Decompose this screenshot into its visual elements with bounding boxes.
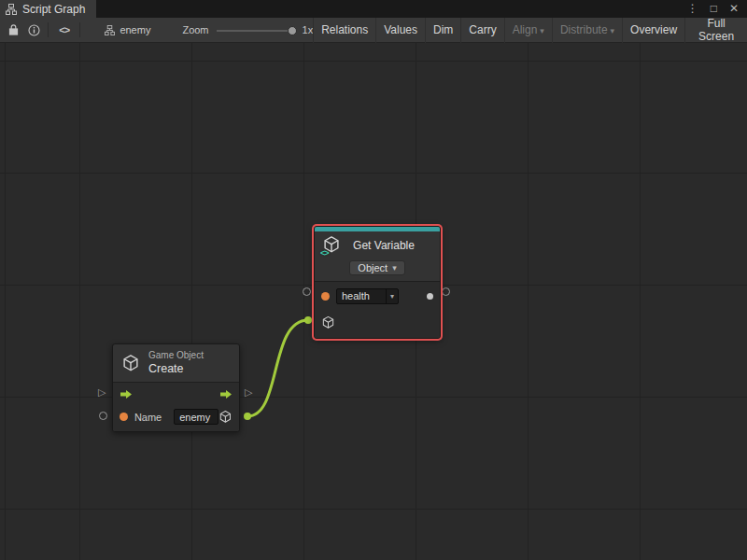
gameobject-cube-icon [121,354,140,372]
zoom-slider[interactable] [217,18,297,43]
full-screen-button[interactable]: Full Screen [684,18,747,43]
gameobject-output-port-icon[interactable] [218,410,233,424]
values-button[interactable]: Values [375,18,425,43]
zoom-slider-track [217,30,297,32]
window-controls: ⋮ □ ✕ [687,0,747,18]
wire-end-dot [304,316,312,324]
name-label: Name [134,412,162,423]
carry-button[interactable]: Carry [460,18,503,43]
kebab-menu-icon[interactable]: ⋮ [687,0,698,18]
gameobject-target-row [315,310,440,338]
name-field[interactable]: enemy [174,409,218,425]
node-header: Game Object Create [113,344,239,382]
zoom-value: 1x [303,24,314,35]
node-create-game-object[interactable]: Game Object Create Name [112,343,240,432]
distribute-button[interactable]: Distribute ▾ [552,18,622,43]
chevron-down-icon: ▾ [392,263,397,273]
variable-scope-dropdown[interactable]: Object ▾ [349,260,404,275]
graph-canvas[interactable]: ▷ ▷ <> Get Variable [0,43,747,560]
getvar-value-input-port[interactable] [303,287,311,296]
info-icon[interactable] [24,18,45,43]
code-icon: <> [320,248,329,258]
scope-row: Object ▾ [315,256,440,281]
node-body: health ▾ [315,282,440,338]
titlebar: Script Graph ⋮ □ ✕ [0,0,747,18]
graph-icon [105,25,115,35]
unity-script-graph-window: Script Graph ⋮ □ ✕ <> [0,0,747,560]
name-input-dot[interactable] [120,413,128,421]
overview-button[interactable]: Overview [622,18,684,43]
toolbar: <> enemy Zoom 1x Relations Values [0,18,747,43]
getvar-value-output-port[interactable] [442,287,450,296]
node-title: Get Variable [345,239,432,252]
chevron-down-icon[interactable]: ▾ [386,289,398,303]
align-button[interactable]: Align ▾ [504,18,552,43]
graph-name: enemy [120,24,150,35]
node-header: <> Get Variable [315,231,440,256]
lock-icon[interactable] [4,18,24,43]
variable-name-row: health ▾ [315,282,440,310]
toolbar-separator [79,22,80,37]
name-input-row: Name enemy [113,405,239,431]
chevron-down-icon: ▾ [611,26,615,35]
relations-button[interactable]: Relations [313,18,375,43]
zoom-slider-handle[interactable] [288,26,297,35]
chevron-down-icon: ▾ [540,26,544,35]
tab-script-graph[interactable]: Script Graph [0,0,96,18]
close-icon[interactable]: ✕ [729,0,739,18]
zoom-label: Zoom [182,24,208,35]
maximize-icon[interactable]: □ [711,0,717,18]
node-titles: Game Object Create [148,350,204,376]
create-control-output-port[interactable]: ▷ [245,387,252,398]
value-input-dot[interactable] [321,292,330,301]
flow-out-arrow-icon[interactable] [219,389,233,399]
gameobject-port-icon[interactable] [321,315,335,329]
node-get-variable[interactable]: <> Get Variable Object ▾ health ▾ [314,226,441,339]
create-name-input-port[interactable] [99,412,107,420]
control-flow-row [113,383,239,405]
wire-start-dot [244,413,251,420]
value-output-dot[interactable] [427,293,433,300]
create-control-input-port[interactable]: ▷ [98,387,106,398]
tab-label: Script Graph [22,3,85,16]
toolbar-separator [48,22,49,37]
graph-icon [6,4,17,15]
node-category: Game Object [148,350,204,362]
flow-in-arrow-icon[interactable] [120,389,133,399]
node-body: Name enemy [113,383,239,431]
variable-cube-icon: <> [322,235,345,256]
node-title: Create [148,362,204,377]
dim-button[interactable]: Dim [425,18,460,43]
graph-reference[interactable]: enemy [105,24,150,35]
code-icon[interactable]: <> [52,18,76,43]
variable-name-field[interactable]: health ▾ [336,288,399,304]
toolbar-buttons: Relations Values Dim Carry Align ▾ Distr… [313,18,747,43]
